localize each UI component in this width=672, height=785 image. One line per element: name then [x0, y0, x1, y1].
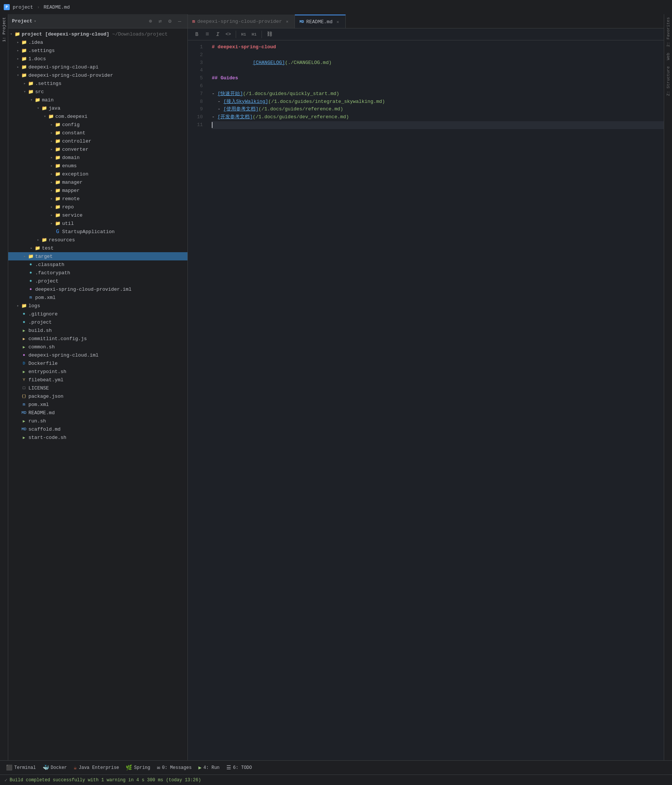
java-icon: ☕ [74, 765, 77, 771]
tree-item-com-deepexi[interactable]: 📁 com.deepexi [8, 112, 188, 120]
readme-tab-label: README.md [306, 19, 332, 25]
tree-label-idea: .idea [28, 40, 43, 45]
tree-item-manager[interactable]: 📁 manager [8, 178, 188, 186]
tree-item-exception[interactable]: 📁 exception [8, 170, 188, 178]
tree-label-converter: converter [62, 147, 88, 152]
tab-readme[interactable]: MD README.md ✕ [295, 15, 345, 28]
tree-item-classpath[interactable]: ● .classpath [8, 260, 188, 269]
project-name: project [13, 5, 33, 10]
run-button[interactable]: ▶ 4: Run [195, 763, 223, 773]
split-icon[interactable]: ⇄ [156, 17, 164, 25]
italic-button[interactable]: I [213, 30, 222, 39]
tree-item-root[interactable]: 📁 project [deepexi-spring-cloud] ~/Downl… [8, 30, 188, 38]
tree-item-src[interactable]: 📁 src [8, 88, 188, 96]
tree-item-scaffoldmd[interactable]: MD scaffold.md [8, 425, 188, 433]
tree-item-repo[interactable]: 📁 repo [8, 203, 188, 211]
tree-arrow-provider [15, 72, 21, 78]
tree-item-provider[interactable]: 📁 deepexi-spring-cloud-provider [8, 71, 188, 79]
tree-item-java[interactable]: 📁 java [8, 104, 188, 112]
tree-item-project-file[interactable]: ● .project [8, 318, 188, 326]
tree-item-gitignore[interactable]: ● .gitignore [8, 310, 188, 318]
tab-provider[interactable]: m deepexi-spring-cloud-provider ✕ [188, 15, 295, 28]
tree-label-remote: remote [62, 196, 80, 202]
h1-button[interactable]: H1 [239, 30, 248, 39]
tree-item-service[interactable]: 📁 service [8, 211, 188, 219]
tree-item-api[interactable]: 📁 deepexi-spring-cloud-api [8, 63, 188, 71]
tree-item-startup[interactable]: G StartupApplication [8, 227, 188, 236]
java-enterprise-button[interactable]: ☕ Java Enterprise [71, 763, 122, 773]
tree-item-test[interactable]: 📁 test [8, 244, 188, 252]
tree-item-enums[interactable]: 📁 enums [8, 162, 188, 170]
tree-item-domain[interactable]: 📁 domain [8, 153, 188, 162]
startup-icon: G [55, 228, 61, 235]
strikethrough-button[interactable]: ≡ [203, 30, 212, 39]
tree-item-remote[interactable]: 📁 remote [8, 195, 188, 203]
tree-item-pom-provider[interactable]: m pom.xml [8, 293, 188, 302]
tree-item-main[interactable]: 📁 main [8, 96, 188, 104]
tree-label-classpath: .classpath [35, 262, 64, 267]
globe-icon[interactable]: ⊕ [146, 17, 155, 25]
tree-item-readme[interactable]: MD README.md [8, 408, 188, 417]
tree-item-dotproject[interactable]: ● .project [8, 277, 188, 285]
tree-item-commitlint[interactable]: ▶ commitlint.config.js [8, 335, 188, 343]
tree-item-settings[interactable]: 📁 .settings [8, 46, 188, 55]
h1-alt-button[interactable]: H1 [250, 30, 259, 39]
tree-item-mapper[interactable]: 📁 mapper [8, 186, 188, 195]
tree-item-factorypath[interactable]: ● .factorypath [8, 269, 188, 277]
code-button[interactable]: <> [224, 30, 233, 39]
bold-button[interactable]: B [192, 30, 201, 39]
tree-item-buildsh[interactable]: ▶ build.sh [8, 326, 188, 335]
tree-label-service: service [62, 213, 83, 218]
tree-item-filebeat[interactable]: Y filebeat.yml [8, 376, 188, 384]
bottom-bar: ⬛ Terminal 🐳 Docker ☕ Java Enterprise 🌿 … [0, 760, 672, 774]
settings-icon[interactable]: ⚙ [166, 17, 174, 25]
commonsh-icon: ▶ [21, 344, 27, 350]
tree-item-converter[interactable]: 📁 converter [8, 145, 188, 153]
tree-item-license[interactable]: □ LICENSE [8, 384, 188, 392]
status-icon: ✓ [5, 777, 8, 783]
tree-item-pom-root[interactable]: m pom.xml [8, 400, 188, 408]
panel-dropdown-arrow[interactable]: ▾ [34, 19, 37, 23]
tree-item-startcode[interactable]: ▶ start-code.sh [8, 433, 188, 441]
tree-item-controller[interactable]: 📁 controller [8, 137, 188, 145]
tree-item-resources[interactable]: 📁 resources [8, 236, 188, 244]
tree-item-idea[interactable]: 📁 .idea [8, 38, 188, 46]
folder-icon-test: 📁 [34, 245, 41, 251]
tree-item-deepexi-iml[interactable]: ● deepexi-spring-cloud.iml [8, 351, 188, 359]
tree-item-packagejson[interactable]: {} package.json [8, 392, 188, 400]
tree-item-dockerfile[interactable]: D Dockerfile [8, 359, 188, 367]
tree-item-util[interactable]: 📁 util [8, 219, 188, 227]
tree-item-entrypoint[interactable]: ▶ entrypoint.sh [8, 367, 188, 376]
tree-item-target[interactable]: 📁 target [8, 252, 188, 260]
tree-item-config[interactable]: 📁 config [8, 120, 188, 129]
docker-button[interactable]: 🐳 Docker [40, 763, 70, 773]
tree-item-1docs[interactable]: 📁 1.docs [8, 55, 188, 63]
license-icon: □ [21, 385, 27, 391]
messages-button[interactable]: ✉ 0: Messages [154, 763, 195, 773]
spring-button[interactable]: 🌿 Spring [123, 763, 153, 773]
link-button[interactable]: ⛓ [265, 30, 274, 39]
tree-item-logs[interactable]: 📁 logs [8, 302, 188, 310]
tree-item-runsh[interactable]: ▶ run.sh [8, 417, 188, 425]
structure-label[interactable]: Z: Structure [665, 63, 671, 99]
tree-item-constant[interactable]: 📁 constant [8, 129, 188, 137]
tree-item-provider-iml[interactable]: ● deepexi-spring-cloud-provider.iml [8, 285, 188, 293]
provider-tab-close[interactable]: ✕ [284, 19, 290, 25]
collapse-icon[interactable]: — [175, 17, 184, 25]
tree-label-util: util [62, 221, 74, 227]
folder-icon-java: 📁 [41, 105, 47, 111]
todo-button[interactable]: ☰ 6: TODO [223, 763, 255, 773]
panel-header: Project ▾ ⊕ ⇄ ⚙ — [8, 14, 188, 28]
tree-item-commonsh[interactable]: ▶ common.sh [8, 343, 188, 351]
web-label[interactable]: Web [665, 50, 671, 63]
folder-icon-provider: 📁 [21, 72, 27, 78]
tree-label-root: project [deepexi-spring-cloud] [22, 31, 109, 37]
line-numbers: 1 2 3 4 5 6 7 8 9 10 11 [188, 41, 206, 760]
folder-icon-root: 📁 [14, 31, 20, 37]
editor-content[interactable]: # deepexi-spring-cloud [CHANGELOG](./CHA… [206, 41, 664, 760]
sidebar-item-project[interactable]: 1: Project [1, 14, 7, 45]
readme-tab-close[interactable]: ✕ [335, 19, 341, 25]
terminal-button[interactable]: ⬛ Terminal [3, 763, 39, 773]
favorites-label[interactable]: 2: Favorites [665, 14, 671, 50]
tree-item-p-settings[interactable]: 📁 .settings [8, 79, 188, 88]
